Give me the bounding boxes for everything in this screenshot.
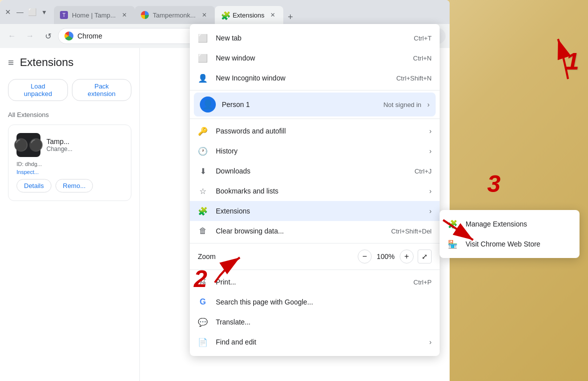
tab-tamper-label: Tampermonk... xyxy=(153,12,196,19)
zoom-minus-button[interactable]: − xyxy=(358,250,372,264)
extension-card-tampermonkey: ⚫⚫ Tamp... Change... ID: dhdg... Inspect… xyxy=(8,124,131,201)
extensions-icon: 🧩 xyxy=(198,206,208,216)
new-tab-shortcut: Ctrl+T xyxy=(414,34,432,42)
ext-inspect-link[interactable]: Inspect... xyxy=(16,169,123,175)
tab-extensions-label: Extensions xyxy=(233,12,265,19)
menu-item-find-edit[interactable]: 📄 Find and edit › xyxy=(190,332,440,352)
menu-item-bookmarks[interactable]: ☆ Bookmarks and lists › xyxy=(190,181,440,201)
menu-item-new-window[interactable]: ⬜ New window Ctrl+N xyxy=(190,48,440,68)
divider-1 xyxy=(190,90,440,90)
tabs-area: T Home | Tamp... ✕ Tampermonk... ✕ 🧩 Ext… xyxy=(54,0,446,24)
history-icon: 🕐 xyxy=(198,146,208,156)
tab-tamper[interactable]: Tampermonk... ✕ xyxy=(135,6,215,24)
tab-home-close[interactable]: ✕ xyxy=(120,10,129,20)
minimize-button[interactable]: — xyxy=(16,8,24,16)
menu-item-history[interactable]: 🕐 History › xyxy=(190,141,440,161)
tab-home-label: Home | Tamp... xyxy=(72,12,116,19)
tab-home-favicon: T xyxy=(60,11,68,19)
history-label: History xyxy=(216,147,421,155)
close-button[interactable]: ✕ xyxy=(4,8,12,16)
hamburger-menu-icon[interactable]: ≡ xyxy=(8,57,14,68)
person-arrow-icon: › xyxy=(427,100,430,108)
load-unpacked-button[interactable]: Load unpacked xyxy=(8,79,68,101)
divider-2 xyxy=(190,118,440,119)
ext-id: ID: dhdg... xyxy=(16,161,123,167)
extensions-label: Extensions xyxy=(216,207,421,215)
clear-browsing-icon: 🗑 xyxy=(198,226,208,236)
translate-icon: 💬 xyxy=(198,317,208,327)
forward-button[interactable]: → xyxy=(22,28,38,44)
new-window-icon: ⬜ xyxy=(198,53,208,63)
extensions-arrow-icon: › xyxy=(429,207,432,215)
zoom-plus-button[interactable]: + xyxy=(400,250,414,264)
person-status: Not signed in xyxy=(383,101,421,108)
back-button[interactable]: ← xyxy=(4,28,20,44)
dropdown-menu: ⬜ New tab Ctrl+T ⬜ New window Ctrl+N 👤 N… xyxy=(190,24,440,356)
tab-tamper-favicon xyxy=(141,11,149,19)
menu-item-incognito[interactable]: 👤 New Incognito window Ctrl+Shift+N xyxy=(190,68,440,88)
passwords-arrow-icon: › xyxy=(429,127,432,135)
bookmarks-icon: ☆ xyxy=(198,186,208,196)
bookmarks-arrow-icon: › xyxy=(429,187,432,195)
tab-search-button[interactable]: ▾ xyxy=(40,8,48,16)
google-search-icon: G xyxy=(198,297,208,307)
zoom-expand-button[interactable]: ⤢ xyxy=(418,250,432,264)
print-shortcut: Ctrl+P xyxy=(414,278,432,286)
downloads-icon: ⬇ xyxy=(198,166,208,176)
bookmarks-label: Bookmarks and lists xyxy=(216,187,421,195)
menu-item-extensions[interactable]: 🧩 Extensions › xyxy=(190,201,440,221)
ext-details-button[interactable]: Details xyxy=(16,179,51,192)
tab-home[interactable]: T Home | Tamp... ✕ xyxy=(54,6,135,24)
reload-button[interactable]: ↺ xyxy=(40,28,56,44)
menu-item-person[interactable]: 👤 Person 1 Not signed in › xyxy=(194,92,436,116)
find-edit-label: Find and edit xyxy=(216,338,421,346)
incognito-icon: 👤 xyxy=(198,73,208,83)
ext-description: Change... xyxy=(46,146,123,152)
menu-item-new-tab[interactable]: ⬜ New tab Ctrl+T xyxy=(190,28,440,48)
clear-browsing-label: Clear browsing data... xyxy=(216,227,383,235)
tab-extensions-close[interactable]: ✕ xyxy=(268,10,277,20)
tab-extensions-favicon: 🧩 xyxy=(221,11,229,19)
all-extensions-label: All Extensions xyxy=(8,111,131,118)
downloads-label: Downloads xyxy=(216,167,407,175)
passwords-label: Passwords and autofill xyxy=(216,127,421,135)
annotation-number-2: 2 xyxy=(194,265,207,292)
history-arrow-icon: › xyxy=(429,147,432,155)
annotation-number-1: 1 xyxy=(566,48,579,75)
annotation-number-3: 3 xyxy=(487,170,501,198)
ext-icon-tampermonkey: ⚫⚫ xyxy=(16,133,40,157)
passwords-icon: 🔑 xyxy=(198,126,208,136)
maximize-button[interactable]: ⬜ xyxy=(28,8,36,16)
new-window-shortcut: Ctrl+N xyxy=(413,54,432,62)
ext-name: Tamp... xyxy=(46,138,123,146)
extensions-sidebar: ≡ Extensions Load unpacked Pack extensio… xyxy=(0,48,140,381)
menu-item-downloads[interactable]: ⬇ Downloads Ctrl+J xyxy=(190,161,440,181)
window-controls: ✕ — ⬜ ▾ xyxy=(4,8,48,16)
title-bar: ✕ — ⬜ ▾ T Home | Tamp... ✕ Tampermonk...… xyxy=(0,0,450,24)
tab-tamper-close[interactable]: ✕ xyxy=(200,10,209,20)
incognito-shortcut: Ctrl+Shift+N xyxy=(396,74,432,82)
find-edit-arrow-icon: › xyxy=(429,338,432,346)
clear-browsing-shortcut: Ctrl+Shift+Del xyxy=(391,228,432,235)
menu-item-search-page[interactable]: G Search this page with Google... xyxy=(190,292,440,312)
divider-3 xyxy=(190,243,440,244)
search-page-label: Search this page with Google... xyxy=(216,298,432,306)
tab-extensions[interactable]: 🧩 Extensions ✕ xyxy=(215,6,284,24)
person-avatar-icon: 👤 xyxy=(200,96,216,112)
menu-item-clear-browsing[interactable]: 🗑 Clear browsing data... Ctrl+Shift+Del xyxy=(190,221,440,241)
action-buttons: Load unpacked Pack extension xyxy=(8,79,131,101)
incognito-label: New Incognito window xyxy=(216,74,388,82)
ext-header: ⚫⚫ Tamp... Change... xyxy=(16,133,123,157)
page-title: Extensions xyxy=(20,56,74,69)
new-tab-button[interactable]: + xyxy=(283,10,297,24)
menu-item-translate[interactable]: 💬 Translate... xyxy=(190,312,440,332)
ext-remove-button[interactable]: Remo... xyxy=(55,179,93,192)
pack-extension-button[interactable]: Pack extension xyxy=(72,79,131,101)
chrome-logo-icon xyxy=(64,32,73,40)
person-name: Person 1 xyxy=(222,100,250,108)
annotation-arrow-3 xyxy=(433,215,483,255)
menu-item-passwords[interactable]: 🔑 Passwords and autofill › xyxy=(190,121,440,141)
site-name: Chrome xyxy=(77,32,196,40)
downloads-shortcut: Ctrl+J xyxy=(415,168,432,175)
ext-info: Tamp... Change... xyxy=(46,138,123,152)
